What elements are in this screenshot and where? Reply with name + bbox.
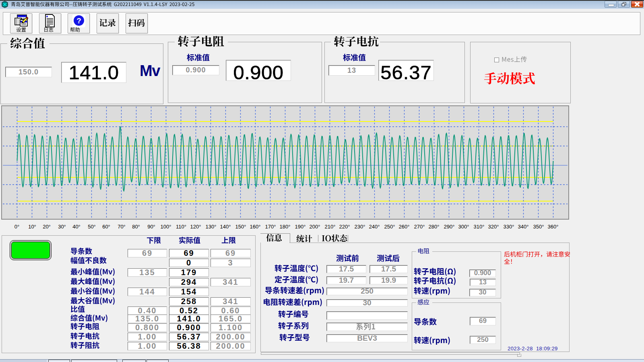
svg-text:?: ? [76,16,81,25]
